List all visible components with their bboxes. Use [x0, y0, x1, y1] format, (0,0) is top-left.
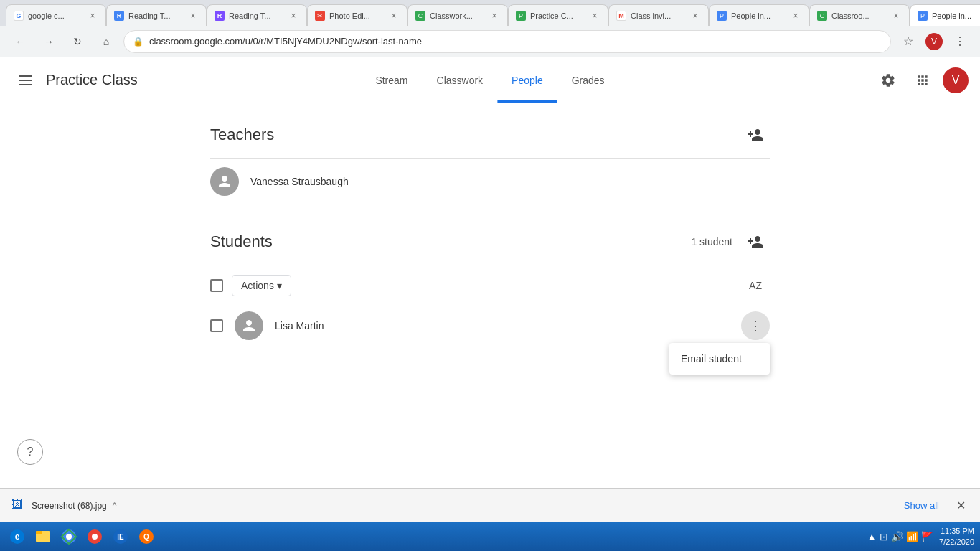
tab-practice[interactable]: P Practice C... ×: [508, 4, 608, 26]
app1-icon: Q: [138, 528, 155, 545]
tab-close-people1[interactable]: ×: [790, 10, 801, 22]
apps-button[interactable]: [908, 66, 937, 95]
tab-close-photo[interactable]: ×: [388, 10, 400, 22]
taskbar-chrome2[interactable]: [83, 525, 106, 548]
student-dropdown-menu: Email student: [669, 343, 770, 375]
download-close-button[interactable]: ✕: [953, 496, 969, 515]
tab-close-reading2[interactable]: ×: [288, 10, 299, 22]
refresh-button[interactable]: ↻: [66, 30, 89, 53]
app-header: Practice Class Stream Classwork People G…: [0, 57, 980, 103]
tab-title-classroom2: Classroo...: [831, 11, 886, 20]
svg-point-10: [92, 534, 98, 540]
teacher-row: Vanessa Strausbaugh: [210, 159, 770, 204]
tab-people2[interactable]: P People in... ×: [910, 4, 980, 26]
hamburger-menu[interactable]: [11, 66, 40, 95]
tab-people[interactable]: People: [497, 57, 557, 103]
tab-close-reading1[interactable]: ×: [187, 10, 199, 22]
add-student-icon: [747, 233, 764, 250]
taskbar-right: ▲ ⊡ 🔊 📶 🚩 11:35 PM 7/22/2020: [867, 526, 974, 548]
tab-title-people1: People in...: [731, 11, 786, 20]
app-title: Practice Class: [46, 72, 138, 88]
tab-favicon-reading1: R: [114, 11, 124, 21]
actions-button[interactable]: Actions ▾: [232, 275, 291, 296]
tab-grades[interactable]: Grades: [557, 57, 619, 103]
taskbar-volume-icon[interactable]: 🔊: [891, 531, 903, 542]
svg-rect-1: [19, 80, 32, 81]
students-toolbar: Actions ▾ AZ: [210, 265, 770, 306]
students-section: Students 1 student Actions ▾: [210, 227, 770, 346]
taskbar-files[interactable]: [32, 525, 55, 548]
main-content: Teachers Vanessa Strausbaugh: [210, 103, 770, 380]
user-avatar[interactable]: V: [943, 67, 969, 93]
browser-toolbar: ← → ↻ ⌂ 🔒 classroom.google.com/u/0/r/MTI…: [0, 26, 980, 57]
tab-classwork[interactable]: Classwork: [423, 57, 498, 103]
forward-button[interactable]: →: [37, 30, 60, 53]
tab-close-classroom2[interactable]: ×: [890, 10, 902, 22]
student-more-button[interactable]: ⋮: [741, 311, 770, 340]
toolbar-right: ☆ V ⋮: [897, 30, 971, 53]
taskbar-chevron-icon[interactable]: ▲: [867, 531, 877, 542]
tab-favicon-reading2: R: [215, 11, 225, 21]
download-chevron-icon[interactable]: ^: [113, 501, 117, 511]
tab-close-gmail[interactable]: ×: [689, 10, 701, 22]
tab-favicon-practice: P: [516, 11, 526, 21]
browser-titlebar: G google c... × R Reading T... × R Readi…: [0, 0, 980, 26]
tab-favicon-photo: ✂: [315, 11, 325, 21]
profile-button[interactable]: V: [923, 30, 946, 53]
bookmark-button[interactable]: ☆: [897, 30, 920, 53]
tab-title-reading1: Reading T...: [128, 11, 183, 20]
home-button[interactable]: ⌂: [95, 30, 118, 53]
teacher-avatar-icon: [216, 173, 233, 190]
taskbar-apps: e IE: [6, 525, 158, 548]
teachers-section: Teachers Vanessa Strausbaugh: [210, 121, 770, 204]
tab-favicon-people1: P: [717, 11, 727, 21]
tab-favicon-google: G: [14, 11, 24, 21]
header-right: V: [874, 66, 969, 95]
taskbar-app1[interactable]: Q: [135, 525, 158, 548]
settings-button[interactable]: [874, 66, 903, 95]
select-all-checkbox[interactable]: [210, 279, 223, 292]
add-student-button[interactable]: [741, 227, 770, 256]
chrome-icon: [60, 528, 77, 545]
tab-close-google[interactable]: ×: [87, 10, 98, 22]
student-checkbox-lisa[interactable]: [210, 319, 223, 332]
student-avatar-icon-lisa: [240, 317, 258, 334]
taskbar-chrome[interactable]: [57, 525, 80, 548]
students-actions: 1 student: [691, 227, 770, 256]
tab-close-practice[interactable]: ×: [589, 10, 600, 22]
tab-gmail[interactable]: M Class invi... ×: [608, 4, 709, 26]
tab-reading1[interactable]: R Reading T... ×: [106, 4, 207, 26]
add-teacher-button[interactable]: [741, 121, 770, 149]
email-student-item[interactable]: Email student: [669, 346, 770, 372]
taskbar-ie[interactable]: e: [6, 525, 29, 548]
taskbar-time-text: 11:35 PM: [939, 526, 974, 537]
sort-az-icon: AZ: [749, 280, 762, 291]
download-item: 🖼 Screenshot (68).jpg ^: [11, 499, 116, 513]
tab-favicon-classwork: C: [415, 11, 425, 21]
tab-close-classwork[interactable]: ×: [489, 10, 500, 22]
tab-people1[interactable]: P People in... ×: [709, 4, 809, 26]
menu-button[interactable]: ⋮: [948, 30, 971, 53]
taskbar-ie2[interactable]: IE: [109, 525, 132, 548]
ie2-icon: IE: [112, 528, 129, 545]
ie-icon: e: [9, 528, 26, 545]
back-button[interactable]: ←: [9, 30, 32, 53]
tab-title-gmail: Class invi...: [631, 11, 685, 20]
address-bar[interactable]: 🔒 classroom.google.com/u/0/r/MTI5NjY4MDU…: [123, 30, 891, 53]
student-avatar-lisa: [235, 311, 263, 340]
tab-classwork[interactable]: C Classwork... ×: [407, 4, 508, 26]
tab-photo[interactable]: ✂ Photo Edi... ×: [307, 4, 407, 26]
tab-reading2[interactable]: R Reading T... ×: [207, 4, 307, 26]
tab-favicon-classroom2: C: [817, 11, 827, 21]
tab-classroom2[interactable]: C Classroo... ×: [809, 4, 910, 26]
taskbar-system-icons: ▲ ⊡ 🔊 📶 🚩: [867, 531, 933, 542]
toolbar-avatar: V: [925, 33, 943, 50]
tab-google[interactable]: G google c... ×: [6, 4, 106, 26]
tab-stream[interactable]: Stream: [361, 57, 422, 103]
show-all-button[interactable]: Show all: [895, 496, 948, 515]
help-button[interactable]: ?: [17, 439, 43, 465]
tab-people-label: People: [512, 75, 543, 86]
students-section-header: Students 1 student: [210, 227, 770, 265]
sort-button[interactable]: AZ: [741, 271, 770, 300]
taskbar-flag-icon[interactable]: 🚩: [921, 531, 933, 542]
